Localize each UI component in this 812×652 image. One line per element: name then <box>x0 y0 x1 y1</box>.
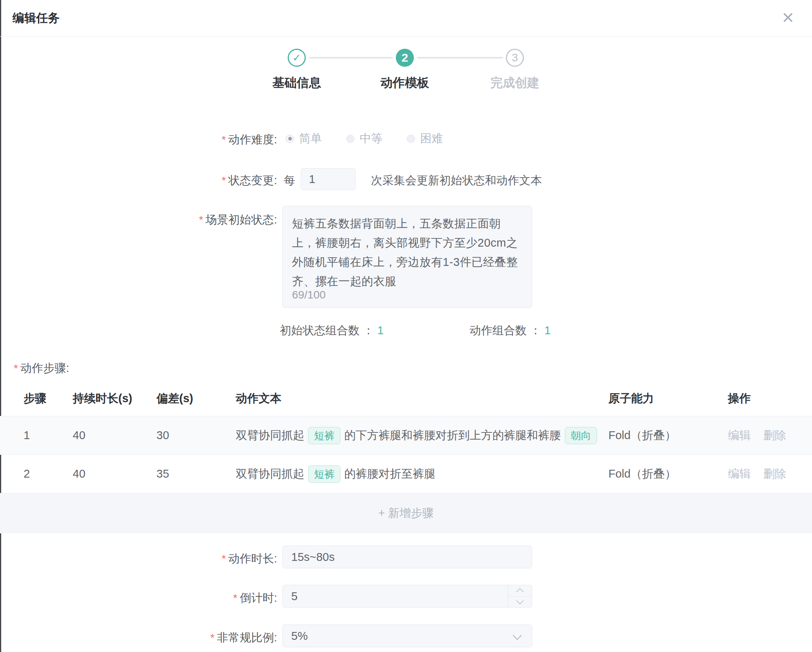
radio-selected-icon <box>286 135 294 143</box>
unusual-ratio-label: *非常规比例: <box>0 630 277 646</box>
radio-easy[interactable]: 简单 <box>286 131 322 147</box>
col-header-deviation: 偏差(s) <box>156 391 236 407</box>
state-change-input[interactable] <box>301 168 356 190</box>
difficulty-radio-group: 简单 中等 困难 <box>286 130 467 148</box>
required-mark: * <box>222 553 226 565</box>
step-symbol: 3 <box>512 51 518 64</box>
action-duration-input[interactable] <box>282 546 532 568</box>
check-circle-icon: ✓ <box>288 49 306 67</box>
action-combos-value: 1 <box>544 324 551 337</box>
cell-action-text: 双臂协同抓起短裤的下方裤腿和裤腰对折到上方的裤腿和裤腰朝向 <box>236 427 608 444</box>
edit-link[interactable]: 编辑 <box>728 428 751 443</box>
col-header-operations: 操作 <box>728 391 812 407</box>
unusual-ratio-select[interactable] <box>282 625 532 647</box>
required-mark: * <box>199 214 203 226</box>
cell-duration: 40 <box>73 467 156 480</box>
col-header-step: 步骤 <box>24 391 73 407</box>
spinner-down-button[interactable] <box>508 596 532 608</box>
required-mark: * <box>210 632 215 644</box>
cell-ability: Fold（折叠） <box>608 428 728 443</box>
scene-state-textarea[interactable]: 短裤五条数据背面朝上，五条数据正面朝上，裤腰朝右，离头部视野下方至少20cm之外… <box>282 206 532 308</box>
step-basic-info: ✓ 基础信息 <box>257 49 336 91</box>
step-action-template: 2 动作模板 <box>366 49 444 91</box>
step-symbol: 2 <box>402 51 408 64</box>
action-duration-label: *动作时长: <box>0 551 277 567</box>
delete-link[interactable]: 删除 <box>763 428 786 443</box>
radio-icon <box>407 135 415 143</box>
radio-label: 困难 <box>420 131 443 147</box>
scene-state-label: *场景初始状态: <box>0 212 277 228</box>
radio-medium[interactable]: 中等 <box>346 131 382 147</box>
radio-hard[interactable]: 困难 <box>407 131 443 147</box>
cell-action-text: 双臂协同抓起短裤的裤腰对折至裤腿 <box>236 465 608 483</box>
cell-operations: 编辑 删除 <box>728 428 812 443</box>
radio-label: 中等 <box>360 131 382 147</box>
add-step-button[interactable]: + 新增步骤 <box>0 493 812 533</box>
state-change-label: *状态变更: <box>0 173 277 189</box>
step-label: 动作模板 <box>366 75 444 91</box>
combination-counts-row: 初始状态组合数 ：1 动作组合数 ：1 <box>0 323 812 339</box>
countdown-label: *倒计时: <box>0 590 277 606</box>
state-change-row: *状态变更: 每 次采集会更新初始状态和动作文本 <box>0 168 812 190</box>
required-mark: * <box>222 174 226 187</box>
delete-link[interactable]: 删除 <box>763 466 786 482</box>
action-text-segment: 的裤腰对折至裤腿 <box>344 466 435 482</box>
initial-state-combos: 初始状态组合数 ：1 <box>280 323 384 339</box>
state-change-prefix: 每 <box>284 173 295 189</box>
action-steps-label: *动作步骤: <box>14 361 69 376</box>
step-label: 基础信息 <box>257 75 336 91</box>
required-mark: * <box>14 362 18 374</box>
col-header-duration: 持续时长(s) <box>73 391 156 407</box>
entity-tag: 短裤 <box>308 427 340 444</box>
radio-icon <box>346 135 355 143</box>
table-row: 2 40 35 双臂协同抓起短裤的裤腰对折至裤腿 Fold（折叠） 编辑 删除 <box>0 455 812 493</box>
char-counter: 69/100 <box>292 289 326 301</box>
step-label: 完成创建 <box>476 75 554 91</box>
radio-label: 简单 <box>299 131 322 147</box>
entity-tag: 朝向 <box>565 427 597 444</box>
col-header-ability: 原子能力 <box>608 391 728 407</box>
cell-deviation: 30 <box>156 429 236 442</box>
cell-step: 1 <box>24 429 73 442</box>
scene-state-text: 短裤五条数据背面朝上，五条数据正面朝上，裤腰朝右，离头部视野下方至少20cm之外… <box>292 214 522 291</box>
chevron-up-icon <box>516 588 524 596</box>
cell-deviation: 35 <box>156 467 236 480</box>
table-row: 1 40 30 双臂协同抓起短裤的下方裤腿和裤腰对折到上方的裤腿和裤腰朝向 Fo… <box>0 416 812 455</box>
cell-duration: 40 <box>73 429 156 442</box>
required-mark: * <box>233 592 237 604</box>
action-combos: 动作组合数 ：1 <box>470 323 551 339</box>
action-text-segment: 的下方裤腿和裤腰对折到上方的裤腿和裤腰 <box>344 428 561 443</box>
step-number-icon: 2 <box>396 49 414 67</box>
step-finish-create: 3 完成创建 <box>476 49 554 91</box>
table-body: 1 40 30 双臂协同抓起短裤的下方裤腿和裤腰对折到上方的裤腿和裤腰朝向 Fo… <box>0 416 812 493</box>
table-header-row: 步骤 持续时长(s) 偏差(s) 动作文本 原子能力 操作 <box>0 381 812 416</box>
countdown-input[interactable] <box>282 585 532 608</box>
cell-operations: 编辑 删除 <box>728 466 812 482</box>
countdown-spinner <box>508 585 532 608</box>
edit-task-dialog: 编辑任务 × ✓ 基础信息 2 动作模板 3 完成创建 *动作难度: 简单 <box>0 0 812 652</box>
add-step-label: + 新增步骤 <box>378 505 434 521</box>
action-text-segment: 双臂协同抓起 <box>236 466 304 482</box>
required-mark: * <box>222 134 226 146</box>
state-change-suffix: 次采集会更新初始状态和动作文本 <box>371 173 542 189</box>
action-text-segment: 双臂协同抓起 <box>236 428 304 443</box>
action-steps-table: 步骤 持续时长(s) 偏差(s) 动作文本 原子能力 操作 1 40 30 双臂… <box>0 381 812 533</box>
col-header-action-text: 动作文本 <box>236 391 608 407</box>
edit-link[interactable]: 编辑 <box>728 466 751 482</box>
cell-ability: Fold（折叠） <box>608 466 728 482</box>
chevron-down-icon <box>516 597 524 605</box>
difficulty-row: *动作难度: 简单 中等 困难 <box>0 130 812 148</box>
initial-combos-value: 1 <box>377 324 384 337</box>
spinner-up-button[interactable] <box>508 585 532 596</box>
cell-step: 2 <box>24 467 73 480</box>
step-symbol: ✓ <box>292 52 301 64</box>
stepper: ✓ 基础信息 2 动作模板 3 完成创建 <box>0 0 812 94</box>
entity-tag: 短裤 <box>308 465 340 483</box>
step-number-icon: 3 <box>506 49 524 67</box>
difficulty-label: *动作难度: <box>0 132 277 148</box>
